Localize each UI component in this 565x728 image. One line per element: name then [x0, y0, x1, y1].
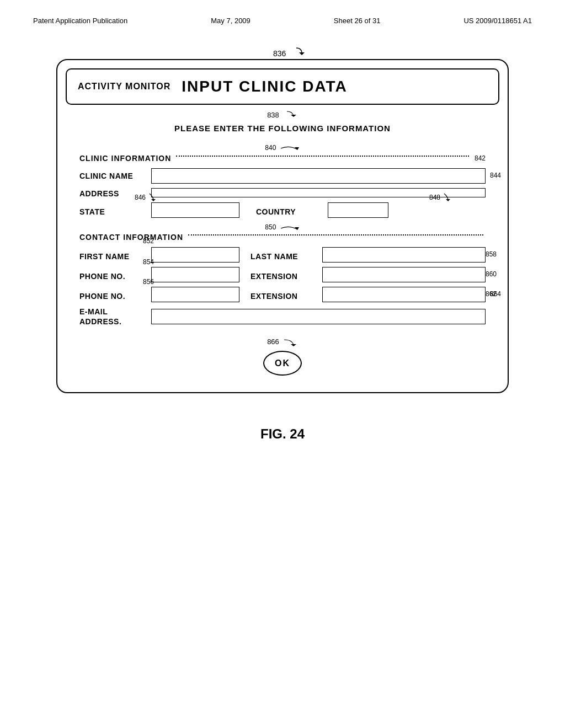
title-small: ACTIVITY MONITOR — [78, 82, 170, 92]
last-name-input[interactable] — [322, 247, 486, 263]
ref-836: 836 — [273, 49, 286, 58]
first-name-input[interactable] — [151, 247, 239, 263]
ref-836-arrow — [288, 47, 305, 58]
page: Patent Application Publication May 7, 20… — [0, 0, 565, 728]
ref-850: 850 — [265, 223, 276, 231]
patent-number: US 2009/0118651 A1 — [463, 17, 532, 25]
phone-no-2-label: PHONE NO. — [79, 288, 146, 301]
ref-838: 838 — [267, 111, 279, 119]
country-input[interactable] — [328, 202, 388, 218]
ref-850-arrow — [278, 224, 300, 232]
ref-844: 844 — [490, 172, 501, 179]
ref-864: 864 — [490, 290, 501, 298]
patent-header: Patent Application Publication May 7, 20… — [11, 11, 554, 30]
phone-no-2-input[interactable] — [151, 287, 239, 302]
title-section: ACTIVITY MONITOR INPUT CLINIC DATA — [66, 68, 499, 105]
patent-sheet: Sheet 26 of 31 — [334, 17, 381, 25]
last-name-label: LAST NAME — [250, 249, 317, 261]
phone-no-1-input[interactable] — [151, 267, 239, 282]
ok-button[interactable]: OK — [263, 351, 302, 376]
ref-854: 854 — [143, 258, 154, 266]
extension-1-input[interactable] — [322, 267, 486, 282]
email-address-input[interactable] — [151, 309, 486, 324]
clinic-name-label: CLINIC NAME — [79, 168, 146, 180]
diagram-container: 836 ACTIVITY MONITOR INPUT CLINIC DATA 8… — [11, 47, 554, 442]
ref-866: 866 — [267, 338, 279, 346]
figure-label: FIG. 24 — [260, 426, 305, 442]
phone-no-1-label: PHONE NO. — [79, 269, 146, 281]
svg-marker-1 — [291, 115, 296, 117]
ref-840: 840 — [265, 144, 276, 152]
ref-838-arrow — [281, 109, 298, 119]
extension-2-label: EXTENSION — [250, 288, 317, 301]
ref-860: 860 — [486, 270, 497, 278]
patent-label: Patent Application Publication — [33, 17, 127, 25]
extension-2-input[interactable] — [322, 287, 486, 302]
ref-848: 848 — [429, 194, 440, 201]
ref-852: 852 — [143, 237, 154, 245]
ref-842: 842 — [475, 154, 486, 162]
contact-dots — [188, 234, 483, 235]
clinic-name-input[interactable] — [151, 168, 486, 184]
state-input[interactable] — [151, 202, 239, 218]
patent-date: May 7, 2009 — [211, 17, 250, 25]
ref-846: 846 — [135, 194, 146, 201]
svg-marker-4 — [446, 199, 450, 201]
svg-marker-6 — [291, 344, 296, 346]
title-large: INPUT CLINIC DATA — [182, 78, 348, 95]
ok-button-container: 866 OK — [79, 338, 486, 376]
email-address-label: E-MAILADDRESS. — [79, 307, 146, 326]
ref-866-arrow — [281, 338, 298, 349]
ref-856: 856 — [143, 278, 154, 286]
ref-848-arrow — [441, 192, 452, 201]
first-name-label: FIRST NAME — [79, 249, 146, 261]
ref-840-arrow — [278, 144, 300, 153]
clinic-dots — [176, 156, 469, 157]
ref-858: 858 — [486, 250, 497, 258]
state-label: STATE — [79, 204, 146, 216]
country-label: COUNTRY — [256, 204, 322, 216]
svg-marker-3 — [151, 199, 156, 201]
clinic-info-label: CLINIC INFORMATION — [79, 154, 171, 163]
svg-marker-0 — [299, 52, 305, 55]
subtitle: PLEASE ENTER THE FOLLOWING INFORMATION — [57, 124, 508, 133]
form-content: 840 CLINIC INFORMATION 842 — [57, 144, 508, 376]
contact-info-label: CONTACT INFORMATION — [79, 233, 183, 242]
extension-1-label: EXTENSION — [250, 269, 317, 281]
main-dialog-box: ACTIVITY MONITOR INPUT CLINIC DATA 838 P… — [56, 59, 509, 393]
ref-846-arrow — [147, 192, 158, 201]
